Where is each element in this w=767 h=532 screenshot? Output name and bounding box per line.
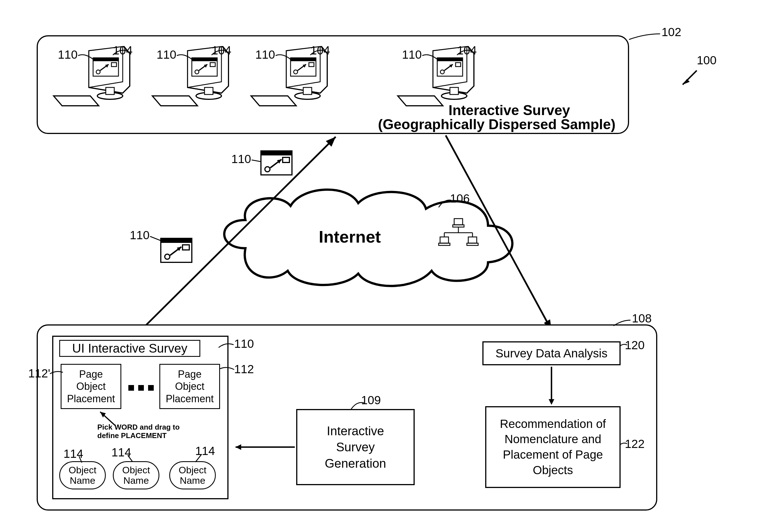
analysis-label: Survey Data Analysis xyxy=(496,347,608,360)
ellipsis-icon xyxy=(148,385,154,391)
page-placement-2-label: Page Object Placement xyxy=(166,368,214,405)
arrow-gen-to-ui xyxy=(230,443,296,451)
svg-rect-41 xyxy=(437,58,463,61)
svg-rect-28 xyxy=(303,87,312,94)
arrow-analysis-to-recommend xyxy=(547,365,556,406)
ref-112: 112 xyxy=(234,362,254,376)
ref-102-leader xyxy=(628,32,661,44)
svg-marker-24 xyxy=(251,96,296,106)
leader xyxy=(219,365,236,374)
ui-survey-title-box: UI Interactive Survey xyxy=(59,340,200,357)
svg-rect-30 xyxy=(291,58,316,61)
svg-line-78 xyxy=(195,454,202,462)
svg-line-72 xyxy=(446,135,551,330)
object-name-3[interactable]: Object Name xyxy=(169,461,216,489)
page-placement-2[interactable]: Page Object Placement xyxy=(159,364,220,409)
ref-110-c2: 110 xyxy=(157,48,176,61)
ref-110-panel: 110 xyxy=(234,337,254,351)
object-name-1[interactable]: Object Name xyxy=(59,461,106,489)
leader xyxy=(176,52,193,61)
svg-rect-17 xyxy=(205,87,213,94)
svg-marker-1 xyxy=(683,79,690,85)
ref-112p: 112' xyxy=(28,367,50,380)
ref-110-c1: 110 xyxy=(58,48,78,61)
svg-rect-19 xyxy=(192,58,217,61)
analysis-box: Survey Data Analysis xyxy=(482,341,621,365)
leader xyxy=(619,343,629,350)
leader xyxy=(210,48,227,56)
diagram-canvas: 100 102 Interactive Survey (Geographical… xyxy=(0,0,767,532)
ref-100-arrow xyxy=(677,68,700,90)
object-name-1-label: Object Name xyxy=(69,465,96,486)
svg-marker-82 xyxy=(549,399,554,405)
leader xyxy=(456,48,472,56)
leader xyxy=(309,48,326,56)
svg-marker-13 xyxy=(152,96,197,106)
page-placement-1[interactable]: Page Object Placement xyxy=(61,364,121,409)
leader xyxy=(78,52,94,61)
object-name-2[interactable]: Object Name xyxy=(113,461,159,489)
arrow-up xyxy=(133,133,344,336)
leader xyxy=(126,455,135,463)
svg-line-70 xyxy=(138,137,336,333)
svg-marker-2 xyxy=(54,96,99,106)
arrow-down xyxy=(440,133,559,336)
top-title-2: (Geographically Dispersed Sample) xyxy=(378,116,616,133)
page-placement-1-label: Page Object Placement xyxy=(67,368,115,405)
leader xyxy=(217,341,236,350)
leader xyxy=(619,441,629,449)
object-name-3-label: Object Name xyxy=(179,465,206,486)
recommend-box: Recommendation of Nomenclature and Place… xyxy=(485,406,621,488)
svg-line-77 xyxy=(128,455,133,462)
survey-generation-label: Interactive Survey Generation xyxy=(325,423,386,471)
svg-rect-6 xyxy=(106,87,114,94)
leader xyxy=(612,319,632,327)
recommend-label: Recommendation of Nomenclature and Place… xyxy=(500,416,606,478)
leader xyxy=(193,454,205,463)
svg-rect-39 xyxy=(450,87,458,94)
ref-100: 100 xyxy=(697,54,717,67)
svg-marker-35 xyxy=(398,96,443,106)
object-name-2-label: Object Name xyxy=(122,465,150,486)
leader xyxy=(422,52,439,61)
svg-rect-8 xyxy=(93,58,118,61)
svg-line-76 xyxy=(79,456,82,463)
leader xyxy=(76,456,85,464)
ref-108: 108 xyxy=(632,312,652,325)
ref-110-c3: 110 xyxy=(255,48,275,61)
ref-102: 102 xyxy=(661,25,681,39)
ellipsis-icon xyxy=(128,385,134,391)
leader xyxy=(111,48,128,56)
survey-generation-box: Interactive Survey Generation xyxy=(296,409,415,485)
leader xyxy=(350,401,367,410)
hint-text: Pick WORD and drag to define PLACEMENT xyxy=(97,423,180,440)
ui-survey-title: UI Interactive Survey xyxy=(72,341,187,355)
svg-marker-80 xyxy=(236,444,241,450)
leader xyxy=(49,370,63,378)
leader xyxy=(275,52,292,61)
ref-110-c4: 110 xyxy=(402,48,422,61)
ellipsis-icon xyxy=(138,385,144,391)
